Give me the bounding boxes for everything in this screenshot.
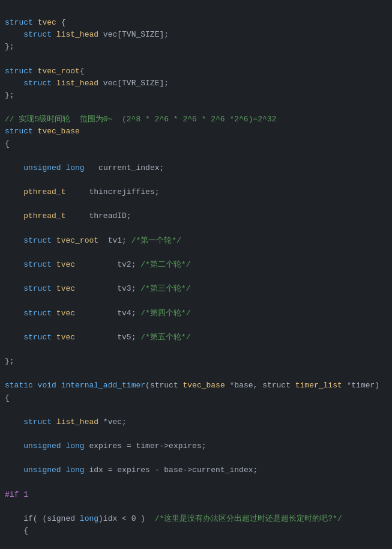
code-line: }; bbox=[0, 356, 392, 368]
code-line bbox=[0, 295, 392, 307]
code-line: struct tvec_base bbox=[0, 126, 392, 138]
code-line bbox=[0, 428, 392, 440]
code-line: }; bbox=[0, 41, 392, 53]
code-line: }; bbox=[0, 89, 392, 102]
code-line bbox=[0, 247, 392, 259]
code-line bbox=[0, 198, 392, 210]
code-line: struct tvec tv5; /*第五个轮*/ bbox=[0, 332, 392, 344]
code-line bbox=[0, 271, 392, 283]
code-line bbox=[0, 53, 392, 65]
code-line bbox=[0, 344, 392, 356]
code-line: #if 1 bbox=[0, 489, 392, 501]
code-line bbox=[0, 476, 392, 488]
code-line: static void internal_add_timer(struct tv… bbox=[0, 380, 392, 392]
code-line bbox=[0, 102, 392, 114]
code-line: struct tvec_root tv1; /*第一个轮*/ bbox=[0, 235, 392, 247]
code-line: unsigned long current_index; bbox=[0, 162, 392, 174]
code-line: if( (signed long)idx < 0 ) /*这里是没有办法区分出超… bbox=[0, 513, 392, 525]
code-line: struct list_head *vec; bbox=[0, 416, 392, 428]
code-line: struct tvec tv4; /*第四个轮*/ bbox=[0, 308, 392, 320]
code-line: struct list_head vec[TVN_SIZE]; bbox=[0, 29, 392, 41]
code-line bbox=[0, 320, 392, 332]
code-line: { bbox=[0, 138, 392, 150]
code-line bbox=[0, 404, 392, 416]
code-line: unsigned long idx = expires - base->curr… bbox=[0, 464, 392, 476]
code-line: struct tvec_root{ bbox=[0, 65, 392, 77]
code-line bbox=[0, 174, 392, 186]
code-line: struct tvec tv2; /*第二个轮*/ bbox=[0, 259, 392, 271]
code-line: { bbox=[0, 392, 392, 404]
code-line: struct tvec tv3; /*第三个轮*/ bbox=[0, 283, 392, 295]
code-line: unsigned long expires = timer->expires; bbox=[0, 440, 392, 452]
code-line: { bbox=[0, 525, 392, 537]
code-line bbox=[0, 452, 392, 464]
code-container: struct tvec { struct list_head vec[TVN_S… bbox=[0, 0, 392, 549]
code-line: pthread_t threadID; bbox=[0, 210, 392, 222]
code-line: pthread_t thincrejiffies; bbox=[0, 186, 392, 198]
code-line bbox=[0, 150, 392, 162]
code-line bbox=[0, 501, 392, 513]
code-line bbox=[0, 368, 392, 380]
code-line bbox=[0, 537, 392, 549]
code-line: struct list_head vec[TVR_SIZE]; bbox=[0, 77, 392, 89]
code-line: // 实现5级时间轮 范围为0~ (2^8 * 2^6 * 2^6 * 2^6 … bbox=[0, 114, 392, 126]
code-line: struct tvec { bbox=[0, 17, 392, 29]
code-line bbox=[0, 223, 392, 235]
